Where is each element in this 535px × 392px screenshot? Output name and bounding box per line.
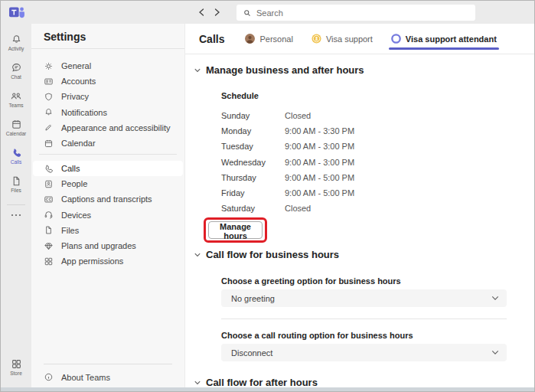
rail-item-chat[interactable]: Chat <box>1 57 31 85</box>
chevron-down-icon <box>491 296 499 301</box>
id-card-icon <box>44 77 54 87</box>
about-divider <box>44 364 172 364</box>
rail-item-files[interactable]: Files <box>1 170 31 198</box>
bell-icon <box>11 34 22 45</box>
captions-icon <box>44 194 54 204</box>
page-title: Calls <box>199 33 224 45</box>
schedule-row: Tuesday 9:00 AM - 3:00 PM <box>221 139 354 154</box>
more-icon <box>10 213 22 217</box>
account-tabs: Personal Visa support Visa support atten… <box>245 24 496 54</box>
rail-divider <box>7 204 25 205</box>
routing-option-label: Choose a call routing option for busines… <box>221 331 413 340</box>
bell-icon <box>44 107 54 117</box>
tab-visa-support-attendant[interactable]: Visa support attendant <box>391 24 497 54</box>
info-icon <box>44 372 54 382</box>
settings-item-app-permissions[interactable]: App permissions <box>31 253 184 269</box>
calls-settings-content: Calls Personal Visa support Visa support… <box>184 24 534 387</box>
headset-icon <box>44 210 54 220</box>
forward-button[interactable] <box>210 6 223 18</box>
title-bar: Search <box>1 1 534 24</box>
settings-item-plans[interactable]: Plans and upgrades <box>31 238 184 253</box>
settings-list-divider <box>39 154 177 155</box>
document-icon <box>11 175 22 187</box>
settings-item-general[interactable]: General <box>31 58 184 74</box>
settings-item-captions[interactable]: Captions and transcripts <box>31 191 184 207</box>
settings-item-accounts[interactable]: Accounts <box>31 74 184 89</box>
calls-header: Calls Personal Visa support Visa support… <box>185 24 534 54</box>
personal-avatar <box>245 34 255 44</box>
more-apps-button[interactable] <box>10 213 22 217</box>
collapse-caret-icon <box>194 253 201 257</box>
settings-list-top: General Accounts Privacy Notifications A… <box>31 58 184 151</box>
settings-panel: Settings General Accounts Privacy Notifi… <box>31 24 184 387</box>
auto-attendant-icon <box>391 34 401 44</box>
app-grid-icon <box>44 256 54 266</box>
greeting-option-label: Choose a greeting option for business ho… <box>221 276 401 286</box>
teams-window: Search Activity Chat Teams Calendar Call… <box>0 0 535 392</box>
schedule-row: Thursday 9:00 AM - 5:00 PM <box>221 170 354 185</box>
manage-hours-button[interactable]: Manage hours <box>208 221 263 239</box>
schedule-row: Saturday Closed <box>221 201 354 216</box>
settings-item-appearance[interactable]: Appearance and accessibility <box>31 120 184 136</box>
back-button[interactable] <box>195 6 207 18</box>
phone-icon <box>11 147 22 158</box>
search-input[interactable]: Search <box>237 5 475 21</box>
collapse-caret-icon <box>194 381 201 385</box>
chat-icon <box>11 62 22 74</box>
settings-item-devices[interactable]: Devices <box>31 207 184 223</box>
settings-title-divider <box>31 48 184 49</box>
document-icon <box>44 225 54 235</box>
search-icon <box>243 8 252 18</box>
settings-item-notifications[interactable]: Notifications <box>31 105 184 120</box>
rail-item-calls[interactable]: Calls <box>1 142 31 170</box>
window-bottom-edge <box>1 387 534 391</box>
schedule-row: Friday 9:00 AM - 5:00 PM <box>221 185 354 201</box>
settings-item-calls[interactable]: Calls <box>33 161 183 176</box>
settings-title: Settings <box>44 31 86 43</box>
teams-logo-icon <box>8 5 26 19</box>
search-placeholder: Search <box>256 8 283 18</box>
rail-item-store[interactable]: Store <box>1 353 31 381</box>
settings-item-people[interactable]: People <box>31 176 184 191</box>
flow-divider <box>221 318 507 319</box>
phone-icon <box>44 164 54 174</box>
schedule-row: Wednesday 9:00 AM - 3:00 PM <box>221 155 354 170</box>
chevron-down-icon <box>491 350 499 355</box>
routing-option-dropdown[interactable]: Disconnect <box>221 344 507 361</box>
pen-icon <box>44 122 54 132</box>
settings-item-files[interactable]: Files <box>31 223 184 238</box>
greeting-option-dropdown[interactable]: No greeting <box>221 289 507 307</box>
calendar-icon <box>11 119 22 130</box>
shield-icon <box>44 92 54 102</box>
store-icon <box>11 358 22 370</box>
call-queue-icon <box>312 34 321 44</box>
section-call-flow-business[interactable]: Call flow for business hours <box>194 249 339 260</box>
section-manage-business-hours[interactable]: Manage business and after hours <box>194 64 364 76</box>
rail-item-activity[interactable]: Activity <box>1 28 31 57</box>
schedule-table: Sunday Closed Monday 9:00 AM - 3:30 PM T… <box>221 108 354 216</box>
section-call-flow-after[interactable]: Call flow for after hours <box>194 377 318 388</box>
settings-item-privacy[interactable]: Privacy <box>31 89 184 104</box>
active-tab-underline <box>389 47 499 50</box>
about-teams-button[interactable]: About Teams <box>44 372 110 382</box>
rail-item-teams[interactable]: Teams <box>1 85 31 113</box>
schedule-row: Sunday Closed <box>221 108 354 123</box>
rail-item-calendar[interactable]: Calendar <box>1 113 31 142</box>
calendar-icon <box>44 139 54 149</box>
tab-visa-support[interactable]: Visa support <box>312 24 373 54</box>
person-badge-icon <box>44 179 54 189</box>
tab-personal[interactable]: Personal <box>245 24 292 54</box>
gear-icon <box>44 61 54 71</box>
people-icon <box>10 90 22 102</box>
app-rail: Activity Chat Teams Calendar Calls Files <box>1 24 31 387</box>
collapse-caret-icon <box>194 68 201 73</box>
diamond-icon <box>44 241 54 251</box>
schedule-row: Monday 9:00 AM - 3:30 PM <box>221 123 354 139</box>
schedule-title: Schedule <box>221 91 259 100</box>
settings-list-bottom: Calls People Captions and transcripts De… <box>31 161 184 269</box>
settings-item-calendar[interactable]: Calendar <box>31 136 184 151</box>
